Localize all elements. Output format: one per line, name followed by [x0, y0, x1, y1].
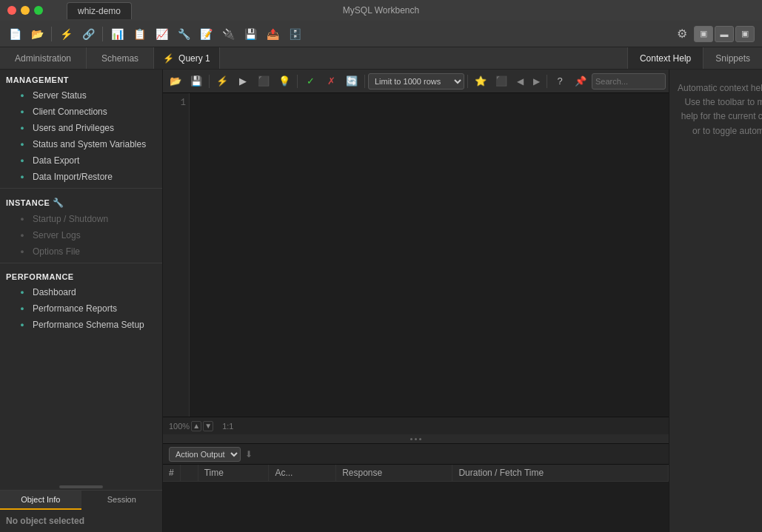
- sidebar: MANAGEMENT ● Server Status ● Client Conn…: [0, 70, 163, 532]
- preferences-button[interactable]: ⚙: [672, 24, 692, 44]
- help-button[interactable]: ?: [550, 72, 569, 91]
- sidebar-item-client-connections[interactable]: ● Client Connections: [0, 104, 162, 120]
- sidebar-item-performance-reports[interactable]: ● Performance Reports: [0, 300, 162, 317]
- toolbar-btn-5[interactable]: 📈: [151, 24, 172, 44]
- tab-context-help[interactable]: Context Help: [627, 47, 703, 69]
- toolbar-btn-9[interactable]: 💾: [240, 24, 261, 44]
- server-logs-icon: ●: [16, 232, 28, 239]
- sidebar-item-performance-schema[interactable]: ● Performance Schema Setup: [0, 317, 162, 333]
- zoom-up-button[interactable]: ▲: [191, 421, 201, 431]
- drag-handle[interactable]: [163, 434, 669, 443]
- output-panel: Action Output ⬇ # Time Ac... Response Du…: [163, 443, 669, 532]
- execute-current-button[interactable]: ▶: [233, 72, 253, 91]
- qt-separator-2: [297, 75, 298, 88]
- right-panel: Automatic context help is disabled. Use …: [669, 70, 762, 532]
- manage-connections-button[interactable]: 🔗: [78, 24, 98, 44]
- new-server-connection-button[interactable]: ⚡: [56, 24, 76, 44]
- qt-separator-5: [547, 75, 547, 88]
- stop-button[interactable]: ⬛: [254, 72, 273, 91]
- data-import-icon: ●: [16, 173, 28, 181]
- col-icon: [180, 465, 198, 482]
- view-context-button[interactable]: ▣: [735, 26, 755, 42]
- content-area: 📂 💾 ⚡ ▶ ⬛ 💡 ✓ ✗ 🔄 Limit to 1000 rows ⭐ ⬛…: [163, 70, 669, 532]
- minimize-button[interactable]: [21, 6, 30, 15]
- main-layout: MANAGEMENT ● Server Status ● Client Conn…: [0, 70, 762, 532]
- editor-statusbar: 100% ▲ ▼ 1:1: [163, 417, 669, 434]
- insert-row-button[interactable]: ⭐: [471, 72, 490, 91]
- sidebar-item-server-status[interactable]: ● Server Status: [0, 87, 162, 104]
- tab-schemas[interactable]: Schemas: [87, 47, 154, 69]
- lightning-icon: ⚡: [163, 53, 174, 64]
- management-section-header: MANAGEMENT: [0, 70, 162, 87]
- search-input[interactable]: [592, 73, 666, 90]
- execute-button[interactable]: ⚡: [213, 72, 232, 91]
- toggle-autocommit-button[interactable]: 🔄: [342, 72, 361, 91]
- object-info-tab[interactable]: Object Info: [0, 491, 81, 510]
- toolbar-btn-7[interactable]: 📝: [195, 24, 216, 44]
- commit-button[interactable]: ✓: [301, 72, 320, 91]
- toolbar-btn-10[interactable]: 📤: [262, 24, 283, 44]
- open-file-button[interactable]: 📂: [27, 24, 47, 44]
- dashboard-icon: ●: [16, 289, 28, 296]
- sidebar-item-status-variables[interactable]: ● Status and System Variables: [0, 136, 162, 152]
- toolbar-btn-4[interactable]: 📋: [129, 24, 150, 44]
- maximize-button[interactable]: [34, 6, 43, 15]
- performance-schema-icon: ●: [16, 321, 28, 329]
- server-status-icon: ●: [16, 92, 28, 99]
- titlebar: whiz-demo MySQL Workbench: [0, 0, 762, 21]
- cursor-position: 1:1: [222, 422, 233, 431]
- zoom-control: 100% ▲ ▼: [169, 421, 213, 431]
- editor: 1: [163, 93, 669, 417]
- sidebar-item-data-export[interactable]: ● Data Export: [0, 152, 162, 169]
- performance-reports-icon: ●: [16, 305, 28, 312]
- prev-button[interactable]: ◀: [512, 74, 527, 89]
- sidebar-item-startup-shutdown[interactable]: ● Startup / Shutdown: [0, 211, 162, 227]
- toggle-context-button[interactable]: 📌: [571, 72, 590, 91]
- view-buttons: ▣ ▬ ▣: [694, 26, 755, 42]
- drag-dot-3: [419, 438, 421, 440]
- action-output-select[interactable]: Action Output: [169, 447, 241, 462]
- rollback-button[interactable]: ✗: [321, 72, 341, 91]
- format-query-button[interactable]: ⬛: [492, 72, 511, 91]
- expand-icon[interactable]: ⬇: [245, 449, 253, 459]
- zoom-down-button[interactable]: ▼: [203, 421, 213, 431]
- sidebar-item-options-file[interactable]: ● Options File: [0, 243, 162, 260]
- drag-dot-1: [410, 438, 412, 440]
- col-time-header: Time: [198, 465, 269, 482]
- view-output-button[interactable]: ▬: [715, 26, 734, 42]
- sidebar-item-users-privileges[interactable]: ● Users and Privileges: [0, 120, 162, 136]
- drag-dot-2: [415, 438, 417, 440]
- session-tab[interactable]: Session: [81, 491, 163, 510]
- sidebar-item-data-import[interactable]: ● Data Import/Restore: [0, 169, 162, 185]
- new-file-button[interactable]: 📄: [4, 24, 25, 44]
- next-button[interactable]: ▶: [529, 74, 544, 89]
- output-header: Action Output ⬇: [163, 444, 669, 465]
- output-table: # Time Ac... Response Duration / Fetch T…: [163, 465, 669, 532]
- col-duration-header: Duration / Fetch Time: [452, 465, 669, 482]
- no-object-label: No object selected: [0, 510, 162, 532]
- editor-textarea[interactable]: [190, 93, 669, 417]
- tab-administration[interactable]: Administration: [0, 47, 87, 69]
- drag-dots: [410, 438, 421, 440]
- toolbar-btn-6[interactable]: 🔧: [173, 24, 194, 44]
- toolbar-separator-2: [102, 27, 103, 41]
- save-query-button[interactable]: 💾: [187, 72, 206, 91]
- tab-snippets[interactable]: Snippets: [703, 47, 762, 69]
- connection-tab[interactable]: whiz-demo: [67, 2, 132, 19]
- window-controls: [7, 6, 43, 15]
- view-sidebar-button[interactable]: ▣: [694, 26, 713, 42]
- sidebar-item-dashboard[interactable]: ● Dashboard: [0, 284, 162, 300]
- col-action-header: Ac...: [269, 465, 336, 482]
- open-table-button[interactable]: 📂: [166, 72, 185, 91]
- toggle-explain-button[interactable]: 💡: [275, 72, 294, 91]
- close-button[interactable]: [7, 6, 16, 15]
- toolbar-btn-3[interactable]: 📊: [107, 24, 127, 44]
- line-numbers: 1: [163, 93, 190, 417]
- zoom-level: 100%: [169, 422, 190, 431]
- performance-section-header: PERFORMANCE: [0, 266, 162, 284]
- toolbar-btn-11[interactable]: 🗄️: [284, 24, 305, 44]
- limit-rows-select[interactable]: Limit to 1000 rows: [368, 73, 464, 90]
- toolbar-btn-8[interactable]: 🔌: [218, 24, 238, 44]
- sidebar-item-server-logs[interactable]: ● Server Logs: [0, 227, 162, 243]
- tab-query[interactable]: ⚡ Query 1: [154, 47, 220, 69]
